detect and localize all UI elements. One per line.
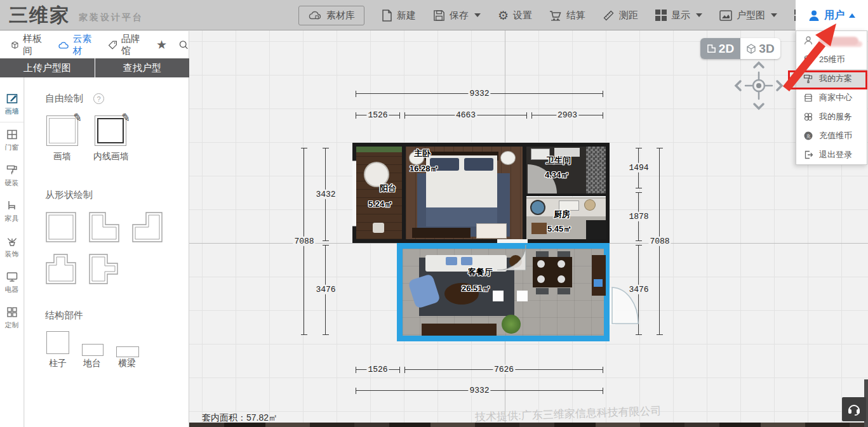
user-account-row[interactable] xyxy=(796,31,867,50)
new-button[interactable]: 新建 xyxy=(382,10,416,22)
front-door-swing-arc xyxy=(497,245,526,270)
menu-item-my-services[interactable]: 我的服务 xyxy=(796,107,867,126)
customer-service-button[interactable] xyxy=(842,397,866,421)
strip-item-furniture[interactable]: 家具 xyxy=(0,194,23,229)
strip-item-draw-wall[interactable]: 画墙 xyxy=(0,86,23,122)
dim-top-total: 9332 xyxy=(356,93,603,94)
floor-tile-sample-2[interactable] xyxy=(517,291,528,301)
tool-inner-line-wall-label: 内线画墙 xyxy=(93,151,129,162)
strip-label-decoration: 装饰 xyxy=(5,249,19,259)
tool-draw-wall[interactable]: ✎ xyxy=(46,115,78,146)
headset-icon xyxy=(846,402,862,417)
help-circle-icon[interactable]: ? xyxy=(93,93,104,104)
save-button[interactable]: 保存 xyxy=(433,10,481,22)
tall-cabinet[interactable] xyxy=(592,255,606,296)
coins-icon xyxy=(803,55,813,65)
3d-cube-icon xyxy=(746,44,756,54)
tab-brands[interactable]: 品牌馆 xyxy=(108,33,145,57)
star-icon[interactable]: ★ xyxy=(156,37,167,52)
find-floorplan-tab[interactable]: 查找户型 xyxy=(95,58,190,77)
room-area-bedroom: 16.28㎡ xyxy=(410,163,439,174)
display-button[interactable]: 显示 xyxy=(655,10,702,22)
user-menu-button[interactable]: 用户 xyxy=(796,0,868,30)
floorplan-image-label: 户型图 xyxy=(737,10,765,22)
services-clover-icon xyxy=(803,112,813,122)
showroom-box-icon xyxy=(10,39,20,51)
tab-cloud-materials[interactable]: 云素材 xyxy=(58,33,97,57)
materials-library-label: 素材库 xyxy=(326,10,355,22)
dim-left-total: 7088 xyxy=(304,148,304,335)
cloud-icon xyxy=(58,40,69,50)
strip-item-decoration[interactable]: 装饰 xyxy=(0,229,23,265)
strip-item-appliances[interactable]: 电器 xyxy=(0,265,23,300)
tab-showroom[interactable]: 样板间 xyxy=(10,33,46,57)
shape-l-left[interactable] xyxy=(89,212,119,242)
menu-item-merchant-center[interactable]: 商家中心 xyxy=(796,88,867,107)
checkout-button[interactable]: 结算 xyxy=(549,10,585,22)
tool-platform[interactable] xyxy=(82,344,103,356)
strip-item-custom[interactable]: 定制 xyxy=(0,300,23,336)
logo-subtitle: 家装设计平台 xyxy=(79,12,144,28)
pencil-icon: ✎ xyxy=(72,110,83,125)
tool-beam[interactable] xyxy=(116,346,139,357)
chevron-down-icon[interactable] xyxy=(771,13,777,17)
chevron-down-icon[interactable] xyxy=(474,13,481,17)
strip-label-draw-wall: 画墙 xyxy=(5,107,19,116)
dining-chair-4[interactable] xyxy=(558,288,570,294)
sofa-cushion-1[interactable] xyxy=(446,257,457,265)
logout-icon xyxy=(803,150,813,160)
tab-brands-label: 品牌馆 xyxy=(121,33,145,57)
plate-1 xyxy=(537,260,545,268)
shape-t-up[interactable] xyxy=(46,254,76,284)
bedroom-door-gap[interactable] xyxy=(497,239,528,243)
door-window-icon xyxy=(6,128,18,141)
floorplan-image-button[interactable]: 户型图 xyxy=(719,10,777,22)
dim-bottom-1: 1526 xyxy=(356,369,400,370)
view-3d-button[interactable]: 3D xyxy=(740,38,780,59)
floor-plan[interactable] xyxy=(352,143,610,341)
tool-platform-label: 地台 xyxy=(83,358,101,369)
free-draw-title: 自由绘制 xyxy=(45,93,83,105)
potted-plant[interactable] xyxy=(502,315,521,334)
menu-my-services-label: 我的服务 xyxy=(819,111,852,122)
menu-item-coins[interactable]: 25维币 xyxy=(796,50,867,69)
strip-item-hard-decor[interactable]: 硬装 xyxy=(0,158,23,194)
strip-item-doors-windows[interactable]: 门窗 xyxy=(0,122,23,158)
shape-l-right[interactable] xyxy=(132,212,163,242)
dining-chair-3[interactable] xyxy=(536,288,549,294)
floor-tile-sample-1[interactable] xyxy=(493,291,504,301)
menu-item-recharge[interactable]: 充 充值维币 xyxy=(796,126,867,145)
tool-inner-line-wall[interactable]: ✎ xyxy=(95,115,126,146)
materials-strip-peek[interactable] xyxy=(189,423,868,427)
measure-button[interactable]: 测距 xyxy=(603,10,638,22)
recharge-coin-icon: 充 xyxy=(803,131,813,141)
search-icon[interactable] xyxy=(178,39,189,51)
tab-showroom-label: 样板间 xyxy=(23,33,46,57)
sofa-cushion-2[interactable] xyxy=(461,257,472,265)
measure-ruler-icon xyxy=(603,10,615,22)
strip-label-hard-decor: 硬装 xyxy=(5,178,19,188)
materials-library-button[interactable]: 素材库 xyxy=(298,6,364,25)
room-label-bathroom: 卫生间 xyxy=(546,155,571,166)
room-area-kitchen: 5.45㎡ xyxy=(547,223,571,235)
shape-t-right[interactable] xyxy=(89,254,119,284)
tv-cabinet[interactable] xyxy=(422,324,497,336)
app-logo[interactable]: 三维家 家装设计平台 xyxy=(9,3,144,28)
find-floorplan-label: 查找户型 xyxy=(123,62,161,74)
menu-item-logout[interactable]: 退出登录 xyxy=(796,145,867,164)
chevron-down-icon[interactable] xyxy=(696,13,702,17)
room-area-balcony: 5.24㎡ xyxy=(368,199,392,210)
furniture-chair-icon xyxy=(6,199,18,212)
plate-2 xyxy=(558,260,565,268)
shape-rect[interactable] xyxy=(46,212,76,242)
view-2d-button[interactable]: 2D xyxy=(700,38,740,59)
balcony-window[interactable] xyxy=(352,161,356,227)
new-label: 新建 xyxy=(397,10,416,22)
user-icon xyxy=(808,10,820,22)
settings-button[interactable]: ⚙ 设置 xyxy=(498,10,532,22)
upload-floorplan-tab[interactable]: 上传户型图 xyxy=(0,58,95,77)
room-label-balcony: 阳台 xyxy=(380,183,396,194)
tool-column[interactable] xyxy=(46,331,69,354)
pan-compass[interactable] xyxy=(734,61,784,110)
svg-text:充: 充 xyxy=(806,134,811,139)
